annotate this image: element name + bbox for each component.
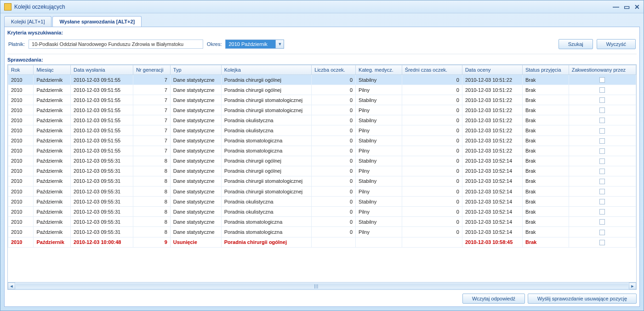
table-cell: Październik: [34, 136, 71, 146]
tab-queues[interactable]: Kolejki [ALT+1]: [4, 16, 51, 27]
table-row[interactable]: 2010Październik2010-12-03 09:55:318Dane …: [8, 176, 636, 186]
table-cell: Dane statystyczne: [170, 85, 221, 95]
table-cell: Poradnia chirurgii stomatologicznej: [221, 95, 312, 105]
table-cell: 2010-12-03 09:51:55: [71, 136, 133, 146]
send-delete-report-button[interactable]: Wyślij sprawozdanie usuwające pozycję: [528, 294, 637, 304]
checkbox[interactable]: [599, 97, 605, 103]
column-header[interactable]: Rok: [8, 65, 34, 75]
checkbox[interactable]: [599, 118, 605, 123]
table-cell: Pilny: [356, 105, 402, 115]
column-header[interactable]: Miesiąc: [34, 65, 71, 75]
close-button[interactable]: ✕: [634, 4, 640, 10]
tab-sent-reports[interactable]: Wysłane sprawozdania [ALT+2]: [52, 16, 142, 27]
table-row[interactable]: 2010Październik2010-12-03 09:55:318Dane …: [8, 197, 636, 207]
table-cell: 2010-12-03 09:55:31: [71, 197, 133, 207]
table-cell: 2010-12-03 10:51:22: [462, 115, 522, 125]
footer-bar: Wczytaj odpowiedź Wyślij sprawozdanie us…: [7, 290, 637, 304]
checkbox[interactable]: [599, 138, 605, 144]
table-cell: 0: [312, 85, 356, 95]
scroll-left-button[interactable]: ◄: [8, 283, 15, 289]
horizontal-scrollbar[interactable]: ◄ ||| ►: [7, 283, 637, 290]
period-combo-input[interactable]: [225, 40, 276, 49]
checkbox[interactable]: [599, 77, 605, 83]
table-row[interactable]: 2010Październik2010-12-03 09:51:557Dane …: [8, 136, 636, 146]
table-cell: 2010-12-03 09:51:55: [71, 146, 133, 156]
column-header[interactable]: Zakwestionowany przez: [569, 65, 636, 75]
checkbox[interactable]: [599, 240, 605, 245]
minimize-button[interactable]: —: [613, 4, 619, 10]
table-row[interactable]: 2010Październik2010-12-03 09:55:318Dane …: [8, 166, 636, 176]
checkbox[interactable]: [599, 179, 605, 184]
table-cell: Październik: [34, 115, 71, 125]
checkbox[interactable]: [599, 199, 605, 204]
table-cell: 2010: [8, 197, 34, 207]
table-cell: 0: [402, 197, 462, 207]
table-row[interactable]: 2010Październik2010-12-03 09:55:318Dane …: [8, 187, 636, 197]
table-cell: Brak: [522, 176, 569, 186]
table-cell: 2010-12-03 10:51:22: [462, 136, 522, 146]
table-row[interactable]: 2010Październik2010-12-03 10:00:489Usuni…: [8, 237, 636, 247]
column-header[interactable]: Średni czas oczek.: [402, 65, 462, 75]
checkbox[interactable]: [599, 87, 605, 93]
column-header[interactable]: Nr generacji: [133, 65, 171, 75]
table-cell: 0: [312, 146, 356, 156]
table-cell: [569, 75, 636, 85]
table-cell: Stabilny: [356, 197, 402, 207]
app-icon: [4, 3, 11, 11]
table-cell: 7: [133, 105, 171, 115]
grid-scroll[interactable]: RokMiesiącData wysłaniaNr generacjiTypKo…: [7, 64, 637, 283]
table-row[interactable]: 2010Październik2010-12-03 09:51:557Dane …: [8, 75, 636, 85]
search-button[interactable]: Szukaj: [559, 39, 593, 49]
table-cell: Październik: [34, 75, 71, 85]
table-row[interactable]: 2010Październik2010-12-03 09:55:318Dane …: [8, 227, 636, 237]
table-row[interactable]: 2010Październik2010-12-03 09:51:557Dane …: [8, 115, 636, 125]
table-cell: Stabilny: [356, 176, 402, 186]
column-header[interactable]: Data oceny: [462, 65, 522, 75]
table-cell: Październik: [34, 166, 71, 176]
column-header[interactable]: Typ: [170, 65, 221, 75]
column-header[interactable]: Data wysłania: [71, 65, 133, 75]
checkbox[interactable]: [599, 219, 605, 225]
load-response-button[interactable]: Wczytaj odpowiedź: [462, 294, 525, 304]
checkbox[interactable]: [599, 128, 605, 134]
table-cell: Dane statystyczne: [170, 176, 221, 186]
maximize-button[interactable]: ▭: [624, 4, 630, 10]
checkbox[interactable]: [599, 158, 605, 164]
table-cell: 0: [312, 115, 356, 125]
column-header[interactable]: Liczba oczek.: [312, 65, 356, 75]
period-combo[interactable]: ▼: [225, 40, 284, 49]
table-row[interactable]: 2010Październik2010-12-03 09:51:557Dane …: [8, 85, 636, 95]
column-header[interactable]: Kateg. medycz.: [356, 65, 402, 75]
table-row[interactable]: 2010Październik2010-12-03 09:51:557Dane …: [8, 146, 636, 156]
table-cell: 2010: [8, 207, 34, 217]
scroll-right-button[interactable]: ►: [629, 283, 636, 289]
table-cell: 0: [402, 85, 462, 95]
table-cell: Brak: [522, 207, 569, 217]
checkbox[interactable]: [599, 209, 605, 215]
tabstrip: Kolejki [ALT+1] Wysłane sprawozdania [AL…: [0, 13, 644, 27]
table-row[interactable]: 2010Październik2010-12-03 09:51:557Dane …: [8, 105, 636, 115]
checkbox[interactable]: [599, 148, 605, 154]
table-cell: Dane statystyczne: [170, 166, 221, 176]
payer-field[interactable]: [28, 40, 203, 49]
table-cell: 0: [402, 187, 462, 197]
table-row[interactable]: 2010Październik2010-12-03 09:55:318Dane …: [8, 156, 636, 166]
table-cell: 7: [133, 125, 171, 136]
clear-button[interactable]: Wyczyść: [597, 39, 636, 49]
checkbox[interactable]: [599, 107, 605, 113]
column-header[interactable]: Kolejka: [221, 65, 312, 75]
checkbox[interactable]: [599, 189, 605, 194]
table-cell: 2010-12-03 09:51:55: [71, 125, 133, 136]
table-row[interactable]: 2010Październik2010-12-03 09:51:557Dane …: [8, 95, 636, 105]
table-cell: [569, 166, 636, 176]
checkbox[interactable]: [599, 169, 605, 174]
table-cell: Październik: [34, 85, 71, 95]
table-cell: Październik: [34, 125, 71, 136]
column-header[interactable]: Status przyjęcia: [522, 65, 569, 75]
table-row[interactable]: 2010Październik2010-12-03 09:51:557Dane …: [8, 125, 636, 136]
period-combo-trigger[interactable]: ▼: [276, 40, 284, 49]
checkbox[interactable]: [599, 230, 605, 235]
table-row[interactable]: 2010Październik2010-12-03 09:55:318Dane …: [8, 207, 636, 217]
table-row[interactable]: 2010Październik2010-12-03 09:55:318Dane …: [8, 217, 636, 227]
table-cell: Stabilny: [356, 115, 402, 125]
